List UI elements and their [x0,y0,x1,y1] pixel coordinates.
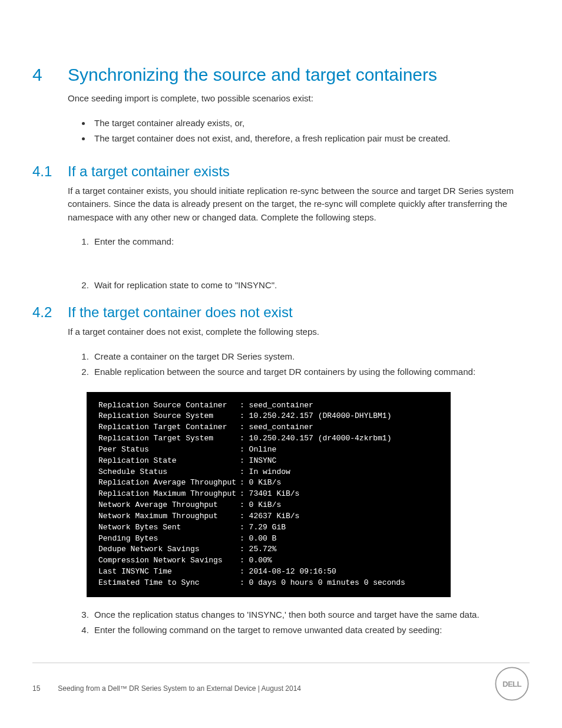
terminal-label: Compression Network Savings [98,555,240,566]
terminal-value: In window [240,467,290,478]
terminal-row: Replication Source System10.250.242.157 … [98,411,439,422]
section-4-intro: Once seeding import is complete, two pos… [68,92,530,106]
footer-divider [32,663,530,663]
terminal-value: 0.00% [240,555,272,566]
terminal-label: Schedule Status [98,467,240,478]
terminal-label: Replication Source Container [98,400,240,411]
bullet-item: The target container already exists, or, [91,116,530,130]
list-item: Enter the following command on the targe… [91,623,530,637]
terminal-row: Network Average Throughput0 KiB/s [98,500,439,511]
terminal-row: Replication Source Containerseed_contain… [98,400,439,411]
terminal-row: Replication Maximum Throughput73401 KiB/… [98,489,439,500]
section-42-heading: 4.2 If the target container does not exi… [32,304,530,321]
terminal-value: 0.00 B [240,533,276,545]
terminal-value: 10.250.240.157 (dr4000-4zkrbm1) [240,433,391,444]
terminal-label: Network Bytes Sent [98,522,240,533]
terminal-row: Peer StatusOnline [98,444,439,456]
terminal-value: 42637 KiB/s [240,511,299,522]
section-41-steps: Enter the command: Wait for replication … [91,235,530,292]
terminal-label: Pending Bytes [98,533,240,545]
terminal-label: Network Maximum Throughput [98,511,240,522]
section-42-steps-b: Once the replication status changes to '… [91,608,530,637]
section-number: 4 [32,65,68,85]
terminal-label: Replication Source System [98,411,240,422]
terminal-row: Replication Target Containerseed_contain… [98,422,439,433]
terminal-row: Network Bytes Sent7.29 GiB [98,522,439,533]
terminal-value: 0 days 0 hours 0 minutes 0 seconds [240,578,405,589]
terminal-row: Compression Network Savings0.00% [98,555,439,566]
section-42-steps-a: Create a container on the target DR Seri… [91,350,530,379]
section-title: If the target container does not exist [68,304,293,321]
terminal-row: Last INSYNC Time2014-08-12 09:16:50 [98,566,439,578]
section-number: 4.1 [32,163,68,180]
terminal-label: Dedupe Network Savings [98,544,240,555]
terminal-value: seed_container [240,400,313,411]
dell-logo-icon: DELL [494,666,530,701]
list-item: Create a container on the target DR Seri… [91,350,530,364]
terminal-label: Replication Maximum Throughput [98,489,240,500]
terminal-value: 10.250.242.157 (DR4000-DHYLBM1) [240,411,391,422]
terminal-value: 25.72% [240,544,276,555]
terminal-label: Peer Status [98,444,240,456]
terminal-row: Schedule StatusIn window [98,467,439,478]
terminal-output: Replication Source Containerseed_contain… [87,392,451,597]
terminal-row: Replication Target System10.250.240.157 … [98,433,439,444]
terminal-label: Estimated Time to Sync [98,578,240,589]
terminal-value: INSYNC [240,456,276,467]
terminal-label: Replication State [98,456,240,467]
list-item: Enter the command: [91,235,530,249]
list-item: Once the replication status changes to '… [91,608,530,622]
section-41-intro: If a target container exists, you should… [68,185,530,225]
bullet-item: The target container does not exist, and… [91,131,530,146]
section-number: 4.2 [32,304,68,321]
terminal-row: Replication Average Throughput0 KiB/s [98,477,439,489]
footer-title: Seeding from a Dell™ DR Series System to… [58,684,301,693]
terminal-value: 7.29 GiB [240,522,286,533]
terminal-row: Pending Bytes0.00 B [98,533,439,545]
terminal-row: Dedupe Network Savings25.72% [98,544,439,555]
section-4-heading: 4 Synchronizing the source and target co… [32,65,530,85]
section-4-bullets: The target container already exists, or,… [91,116,530,146]
terminal-label: Replication Average Throughput [98,477,240,489]
terminal-row: Replication StateINSYNC [98,456,439,467]
section-title: If a target container exists [68,163,230,180]
terminal-label: Replication Target System [98,433,240,444]
terminal-row: Estimated Time to Sync0 days 0 hours 0 m… [98,578,439,589]
section-41-heading: 4.1 If a target container exists [32,163,530,180]
terminal-value: 73401 KiB/s [240,489,299,500]
terminal-row: Network Maximum Throughput42637 KiB/s [98,511,439,522]
list-item: Wait for replication state to come to "I… [91,278,530,292]
terminal-label: Last INSYNC Time [98,566,240,578]
terminal-value: 2014-08-12 09:16:50 [240,566,336,578]
section-title: Synchronizing the source and target cont… [68,65,437,85]
terminal-value: seed_container [240,422,313,433]
list-item: Enable replication between the source an… [91,365,530,379]
terminal-value: 0 KiB/s [240,500,281,511]
terminal-label: Network Average Throughput [98,500,240,511]
page-footer: 15 Seeding from a Dell™ DR Series System… [32,684,301,693]
terminal-label: Replication Target Container [98,422,240,433]
svg-text:DELL: DELL [503,680,522,689]
page-number: 15 [32,684,40,693]
terminal-value: 0 KiB/s [240,477,281,489]
terminal-value: Online [240,444,276,456]
section-42-intro: If a target container does not exist, co… [68,325,530,339]
